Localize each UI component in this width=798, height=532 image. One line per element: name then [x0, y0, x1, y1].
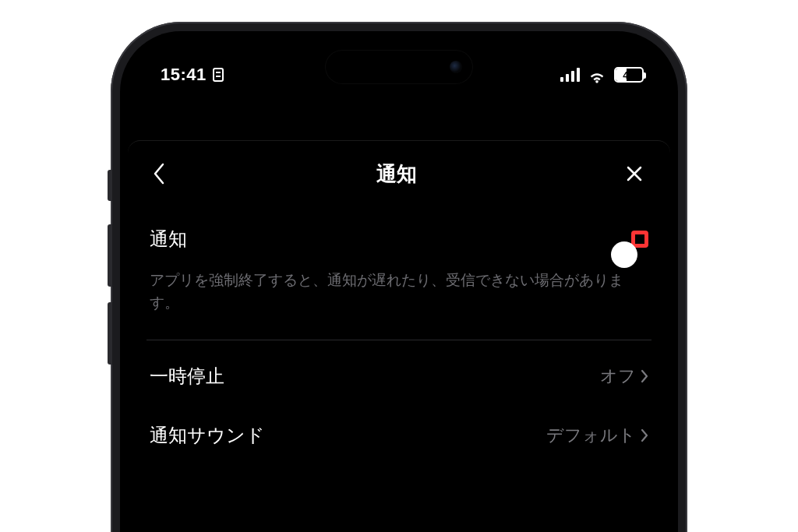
phone-frame: 15:41 42 通知	[111, 22, 687, 532]
dynamic-island	[325, 50, 473, 84]
sound-value-group: デフォルト	[546, 424, 648, 447]
side-silence-switch	[108, 170, 112, 201]
sheet-header: 通知	[128, 141, 670, 210]
back-button[interactable]	[145, 160, 173, 188]
side-volume-down	[108, 302, 112, 365]
chevron-right-icon	[641, 369, 648, 383]
pause-value: オフ	[600, 365, 636, 388]
battery-icon: 42	[614, 67, 644, 83]
dual-sim-icon	[213, 68, 224, 82]
notifications-label: 通知	[150, 227, 187, 252]
sound-row[interactable]: 通知サウンド デフォルト	[128, 406, 670, 465]
battery-level: 42	[616, 69, 642, 81]
status-left: 15:41	[161, 65, 224, 85]
sound-value: デフォルト	[546, 424, 636, 447]
pause-row[interactable]: 一時停止 オフ	[128, 347, 670, 406]
phone-screen: 15:41 42 通知	[120, 31, 678, 532]
divider	[147, 340, 651, 340]
notifications-toggle-row: 通知	[128, 210, 670, 269]
status-right: 42	[560, 67, 644, 83]
highlight-box	[631, 231, 648, 248]
cellular-signal-icon	[560, 68, 580, 82]
settings-sheet: 通知 通知 アプリを強制終了すると、通知が遅れたり、受信できない場合があります。…	[128, 140, 670, 532]
status-time: 15:41	[161, 65, 207, 85]
pause-label: 一時停止	[150, 364, 224, 389]
notifications-description: アプリを強制終了すると、通知が遅れたり、受信できない場合があります。	[128, 269, 670, 333]
sheet-title: 通知	[173, 160, 620, 188]
pause-value-group: オフ	[600, 365, 648, 388]
sound-label: 通知サウンド	[150, 423, 265, 448]
side-volume-up	[108, 224, 112, 287]
chevron-right-icon	[641, 428, 648, 442]
wifi-icon	[588, 68, 606, 82]
toggle-knob	[611, 241, 637, 268]
close-button[interactable]	[620, 160, 648, 188]
